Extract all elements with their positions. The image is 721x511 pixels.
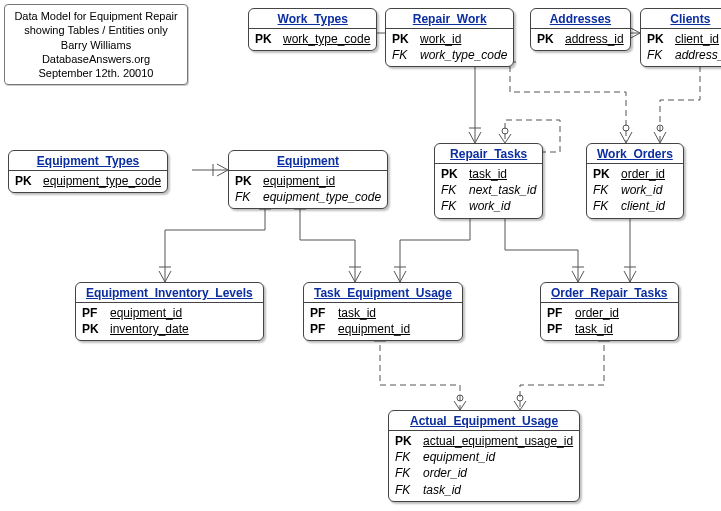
attribute-row: PKequipment_id [235, 173, 381, 189]
key-indicator: PF [547, 321, 569, 337]
info-line-2: showing Tables / Entities only [11, 23, 181, 37]
attribute-row: PKtask_id [441, 166, 536, 182]
attribute-name: order_id [621, 166, 665, 182]
svg-line-27 [505, 134, 511, 143]
svg-line-36 [394, 271, 400, 282]
entity-title: Repair_Tasks [435, 144, 542, 164]
attribute-name: next_task_id [469, 182, 536, 198]
attribute-row: FKwork_type_code [392, 47, 507, 63]
key-indicator: PK [593, 166, 615, 182]
key-indicator: FK [441, 198, 463, 214]
attribute-row: FKclient_id [593, 198, 677, 214]
attribute-row: FKaddress_id [647, 47, 721, 63]
diagram-info-box: Data Model for Equipment Repair showing … [4, 4, 188, 85]
key-indicator: PK [15, 173, 37, 189]
attribute-name: work_id [621, 182, 662, 198]
entity-task-equipment-usage: Task_Equipment_Usage PFtask_idPFequipmen… [303, 282, 463, 341]
attribute-name: work_type_code [283, 31, 370, 47]
attribute-name: equipment_id [423, 449, 495, 465]
key-indicator: FK [235, 189, 257, 205]
svg-line-9 [217, 164, 228, 170]
svg-line-32 [349, 271, 355, 282]
svg-line-41 [578, 271, 584, 282]
key-indicator: PF [310, 321, 332, 337]
key-indicator: FK [593, 198, 615, 214]
svg-line-26 [499, 134, 505, 143]
svg-point-53 [517, 395, 523, 401]
entity-title: Equipment_Inventory_Levels [76, 283, 263, 303]
key-indicator: PK [395, 433, 417, 449]
key-indicator: PK [255, 31, 277, 47]
attribute-name: work_id [420, 31, 461, 47]
svg-line-51 [460, 401, 466, 410]
svg-point-21 [657, 125, 663, 131]
info-line-5: September 12th. 20010 [11, 66, 181, 80]
attribute-row: FKequipment_id [395, 449, 573, 465]
entity-title: Work_Orders [587, 144, 683, 164]
svg-line-23 [660, 132, 666, 143]
entity-repair-work: Repair_Work PKwork_idFKwork_type_code [385, 8, 514, 67]
entity-work-types: Work_Types PKwork_type_code [248, 8, 377, 51]
entity-order-repair-tasks: Order_Repair_Tasks PForder_idPFtask_id [540, 282, 679, 341]
svg-line-46 [630, 271, 636, 282]
attribute-row: PKinventory_date [82, 321, 257, 337]
svg-point-17 [623, 125, 629, 131]
svg-line-29 [165, 271, 171, 282]
attribute-name: order_id [423, 465, 467, 481]
entity-title: Equipment_Types [9, 151, 167, 171]
attribute-name: inventory_date [110, 321, 189, 337]
key-indicator: PK [235, 173, 257, 189]
entity-work-orders: Work_Orders PKorder_idFKwork_idFKclient_… [586, 143, 684, 219]
attribute-name: work_id [469, 198, 510, 214]
entity-title: Task_Equipment_Usage [304, 283, 462, 303]
entity-title: Order_Repair_Tasks [541, 283, 678, 303]
attribute-row: PFequipment_id [82, 305, 257, 321]
entity-addresses: Addresses PKaddress_id [530, 8, 631, 51]
attribute-name: equipment_id [338, 321, 410, 337]
svg-line-19 [626, 132, 632, 143]
key-indicator: PF [310, 305, 332, 321]
key-indicator: FK [647, 47, 669, 63]
attribute-row: PKwork_id [392, 31, 507, 47]
key-indicator: FK [395, 465, 417, 481]
attribute-name: client_id [621, 198, 665, 214]
attribute-name: task_id [338, 305, 376, 321]
attribute-name: equipment_type_code [43, 173, 161, 189]
attribute-row: FKnext_task_id [441, 182, 536, 198]
attribute-name: equipment_id [110, 305, 182, 321]
entity-title: Clients [641, 9, 721, 29]
svg-line-18 [620, 132, 626, 143]
entity-actual-equipment-usage: Actual_Equipment_Usage PKactual_equipmen… [388, 410, 580, 502]
key-indicator: PK [441, 166, 463, 182]
attribute-row: PKorder_id [593, 166, 677, 182]
svg-line-13 [469, 132, 475, 143]
key-indicator: PF [82, 305, 104, 321]
entity-title: Repair_Work [386, 9, 513, 29]
key-indicator: PK [537, 31, 559, 47]
attribute-name: address_id [675, 47, 721, 63]
svg-line-40 [572, 271, 578, 282]
attribute-name: order_id [575, 305, 619, 321]
entity-title: Work_Types [249, 9, 376, 29]
entity-title: Addresses [531, 9, 630, 29]
attribute-row: FKwork_id [441, 198, 536, 214]
attribute-name: equipment_id [263, 173, 335, 189]
key-indicator: FK [392, 47, 414, 63]
info-line-4: DatabaseAnswers.org [11, 52, 181, 66]
attribute-row: PFtask_id [310, 305, 456, 321]
entity-equipment-types: Equipment_Types PKequipment_type_code [8, 150, 168, 193]
entity-repair-tasks: Repair_Tasks PKtask_idFKnext_task_idFKwo… [434, 143, 543, 219]
svg-line-33 [355, 271, 361, 282]
entity-title: Actual_Equipment_Usage [389, 411, 579, 431]
attribute-name: task_id [469, 166, 507, 182]
attribute-row: FKtask_id [395, 482, 573, 498]
svg-line-54 [514, 401, 520, 410]
svg-line-50 [454, 401, 460, 410]
svg-point-25 [502, 128, 508, 134]
svg-point-49 [457, 395, 463, 401]
key-indicator: FK [395, 482, 417, 498]
entity-equipment-inventory-levels: Equipment_Inventory_Levels PFequipment_i… [75, 282, 264, 341]
attribute-name: actual_equipment_usage_id [423, 433, 573, 449]
attribute-row: FKwork_id [593, 182, 677, 198]
attribute-row: PForder_id [547, 305, 672, 321]
